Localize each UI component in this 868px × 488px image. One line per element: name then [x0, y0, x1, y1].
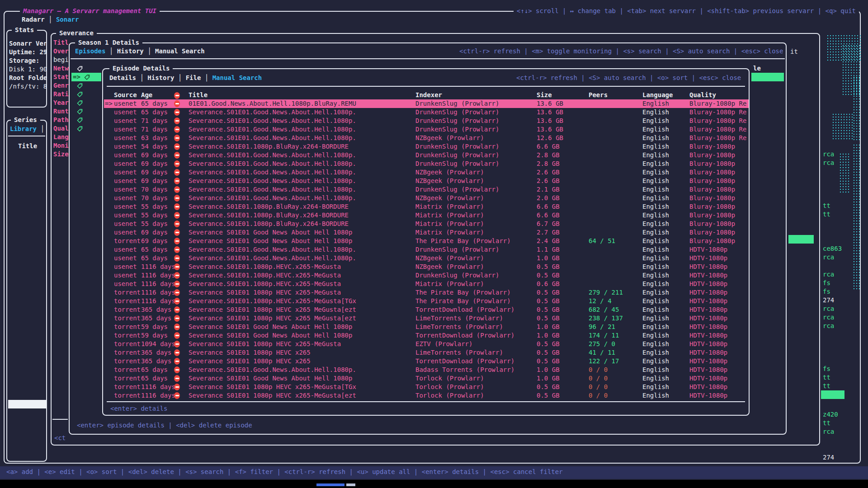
series-list-item[interactable]: The Emp — [8, 220, 47, 228]
release-row[interactable]: torrent 365 days Severance S01E01 1080p … — [104, 305, 749, 314]
release-row[interactable]: torrent 1116 days Severance S01E01 1080p… — [104, 391, 749, 400]
release-row[interactable]: torrent 1094 days Severance S01E01 1080p… — [104, 340, 749, 348]
series-list-item[interactable]: Overflo — [8, 254, 47, 263]
episode-tab[interactable]: Manual Search — [201, 74, 262, 82]
season-tab[interactable]: Episodes — [75, 47, 105, 56]
series-list-item[interactable]: The Off — [8, 340, 47, 348]
release-row[interactable]: torrent 365 days Severance S01E01 1080p … — [104, 348, 749, 357]
series-list-item[interactable]: The Gri — [8, 245, 47, 254]
release-row[interactable]: torrent 65 days Severance.S01E01.Good.Ne… — [104, 366, 749, 374]
release-title: Severance S01E01 1080p HEVC x265-MeGusta — [189, 340, 341, 348]
release-row[interactable]: usenet 54 days Severance.S01E01.1080p.Bl… — [104, 142, 749, 151]
release-row[interactable]: torrent 65 days Severance S01E01 Good Ne… — [104, 374, 749, 383]
series-list-item[interactable]: Batwhee — [8, 434, 47, 443]
release-row[interactable]: usenet 70 days Severance.S01E01.Good.New… — [104, 194, 749, 202]
series-list-item[interactable]: Sirens — [8, 288, 47, 297]
release-row[interactable]: usenet 69 days Severance.S01E01.Good.New… — [104, 160, 749, 168]
release-row[interactable]: usenet 65 days Severance.S01E01.Good.New… — [104, 245, 749, 254]
release-row[interactable]: usenet 1116 days Severance.S01E01.1080p.… — [104, 280, 749, 288]
season-tab[interactable]: Manual Search — [144, 47, 205, 56]
rejected-icon — [174, 221, 180, 227]
series-divider — [8, 136, 45, 136]
episode-tab[interactable]: History — [136, 74, 174, 82]
release-row[interactable]: usenet 69 days Severance.S01E01.Good.New… — [104, 151, 749, 160]
series-list-item[interactable]: Tsunami — [8, 263, 47, 271]
series-list-item[interactable]: The Rev — [8, 323, 47, 331]
series-list-item[interactable]: Washing — [8, 314, 47, 323]
release-row[interactable]: torrent 1116 days Severance S01E01 1080p… — [104, 288, 749, 297]
series-list-item[interactable]: The Tra — [8, 357, 47, 366]
series-list-item[interactable]: The Nig — [8, 391, 47, 400]
release-row[interactable]: usenet 71 days Severance.S01E01.Good.New… — [104, 117, 749, 125]
release-row[interactable]: torrent 1116 days Severance S01E01 1080p… — [104, 383, 749, 391]
release-row[interactable]: usenet 69 days Severance S01E01 Good New… — [104, 228, 749, 237]
release-row[interactable]: torrent 365 days Severance S01E01 1080p … — [104, 357, 749, 366]
release-language: English — [642, 99, 669, 108]
release-row[interactable]: usenet 55 days Severance.S01E01.1080p.Bl… — [104, 202, 749, 211]
monitored-tag-icon[interactable]: => — [71, 73, 101, 81]
release-row[interactable]: usenet 1116 days Severance.S01E01.1080p.… — [104, 263, 749, 271]
release-row[interactable]: torrent 365 days Severance S01E01 1080p … — [104, 314, 749, 323]
episode-tab[interactable]: Details — [109, 74, 136, 82]
release-row[interactable]: torrent 59 days Severance S01E01 Good Ne… — [104, 323, 749, 331]
release-indexer: DrunkenSlug (Prowlarr) — [415, 160, 499, 168]
release-row[interactable]: usenet 69 days Severance.S01E01.Good.New… — [104, 168, 749, 177]
release-row[interactable]: usenet 65 days Severance.S01E01.Good.New… — [104, 108, 749, 117]
release-size: 2.4 GB — [537, 237, 560, 245]
monitored-tag-icon[interactable] — [77, 64, 87, 73]
release-size: 6.6 GB — [537, 202, 560, 211]
monitored-tag-icon[interactable] — [77, 81, 87, 90]
release-row[interactable]: usenet 70 days Severance.S01E01.Good.New… — [104, 185, 749, 194]
monitored-tag-icon[interactable] — [77, 99, 87, 107]
series-list-item[interactable]: => Severan — [8, 400, 47, 408]
series-list-item[interactable]: The Way — [8, 177, 47, 185]
series-list-item[interactable]: Chillin — [8, 168, 47, 177]
series-list-item[interactable]: Marvel' — [8, 408, 47, 417]
release-row[interactable]: usenet 55 days Severance.S01E01.1080p.Bl… — [104, 220, 749, 228]
series-list-item[interactable]: It's Al — [8, 348, 47, 357]
series-list-item[interactable]: The Emp — [8, 228, 47, 237]
release-row[interactable]: torrent 69 days Severance S01E01 Good Ne… — [104, 237, 749, 245]
series-list-item[interactable]: The Qwa — [8, 160, 47, 168]
release-row[interactable]: usenet 63 days Severance.S01E01.Good.New… — [104, 134, 749, 142]
release-row[interactable]: usenet 1116 days Severance.S01E01.1080p.… — [104, 271, 749, 280]
release-row[interactable]: torrent 1116 days Severance.S01E01.1080p… — [104, 297, 749, 305]
episode-tab[interactable]: File — [174, 74, 201, 82]
monitored-tag-icon[interactable] — [77, 116, 87, 124]
series-list-item[interactable]: Sons of — [8, 305, 47, 314]
release-row[interactable]: usenet 69 days Severance.S01E01.Good.New… — [104, 177, 749, 185]
series-list-item[interactable]: High Sc — [8, 194, 47, 202]
series-list-item[interactable]: Little — [8, 202, 47, 211]
monitored-tag-icon[interactable] — [77, 90, 87, 99]
release-title: Severance.S01E01.1080p.HEVC.x265-MeGusta — [189, 280, 341, 288]
servarr-tab[interactable]: Radarr — [22, 15, 45, 24]
series-list-item[interactable]: Paradis — [8, 443, 47, 451]
monitored-tag-icon[interactable] — [77, 107, 87, 116]
release-source: usenet — [114, 134, 137, 142]
monitored-tag-icon[interactable] — [77, 124, 87, 133]
release-row[interactable]: => usenet 65 days 01E01.Good.News.About.… — [104, 99, 749, 108]
series-list-item[interactable]: PEN15 — [8, 331, 47, 340]
series-list-item[interactable]: DAN DA — [8, 374, 47, 383]
release-row[interactable]: usenet 55 days Severance.S01E01.1080p.Bl… — [104, 211, 749, 220]
series-list-item[interactable]: Homeste — [8, 297, 47, 305]
col-size: Size — [537, 91, 552, 99]
series-list-item[interactable]: Mask Gi — [8, 211, 47, 220]
series-list-item[interactable]: Dark Ga — [8, 417, 47, 426]
series-list-item[interactable]: Hunter — [8, 185, 47, 194]
series-list-item[interactable]: Flight — [8, 280, 47, 288]
series-list-item[interactable]: Keijo!! — [8, 237, 47, 245]
season-tab[interactable]: History — [105, 47, 143, 56]
series-list-item[interactable]: Netflix — [8, 383, 47, 391]
release-row[interactable]: usenet 71 days Severance.S01E01.Good.New… — [104, 125, 749, 134]
release-source: usenet — [114, 185, 137, 194]
series-list-item[interactable]: Yosuga — [8, 151, 47, 160]
release-row[interactable]: torrent 59 days Severance S01E01 Good Ne… — [104, 331, 749, 340]
cutoff-text-fragment: ce863 — [823, 244, 842, 253]
series-list-item[interactable]: Mad Men — [8, 271, 47, 280]
series-list-item[interactable]: The Nan — [8, 366, 47, 374]
series-subtabs[interactable]: Library │ — [10, 125, 44, 133]
series-list-item[interactable]: Landman — [8, 451, 47, 460]
series-list-item[interactable]: Altered — [8, 426, 47, 434]
release-row[interactable]: usenet 65 days Severance.S01E01.Good.New… — [104, 254, 749, 263]
